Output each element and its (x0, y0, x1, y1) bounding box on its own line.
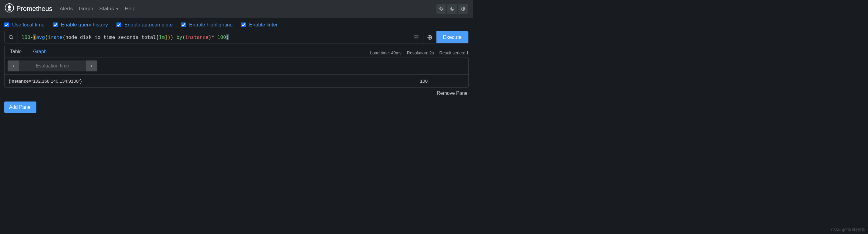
remove-panel-link[interactable]: Remove Panel (437, 90, 469, 96)
brand-text: Prometheus (17, 5, 53, 13)
nav-status[interactable]: Status ▼ (99, 6, 119, 12)
contrast-icon (461, 6, 466, 11)
label-enable-query-history: Enable query history (61, 22, 108, 28)
svg-point-4 (9, 35, 12, 38)
option-use-local-time[interactable]: Use local time (4, 22, 44, 28)
result-value: 100 (420, 78, 428, 84)
label-enable-linter: Enable linter (249, 22, 278, 28)
stat-resolution: Resolution: 2s (407, 50, 434, 55)
metrics-explorer-button[interactable] (5, 31, 18, 43)
option-enable-autocomplete[interactable]: Enable autocomplete (117, 22, 173, 28)
theme-dark-button[interactable] (447, 4, 457, 14)
add-panel-button[interactable]: Add Panel (4, 102, 36, 113)
theme-contrast-button[interactable] (458, 4, 468, 14)
stat-result-series: Result series: 1 (439, 50, 469, 55)
remove-panel-row: Remove Panel (0, 87, 473, 97)
theme-toggle-group (436, 4, 468, 14)
checkbox-enable-highlighting[interactable] (181, 23, 186, 27)
label-use-local-time: Use local time (12, 22, 44, 28)
tabs-row: Table Graph Load time: 40ms Resolution: … (0, 46, 473, 57)
format-query-button[interactable] (410, 31, 423, 43)
eval-time-prev-button[interactable] (8, 60, 19, 72)
gear-icon (439, 6, 444, 11)
tab-table[interactable]: Table (4, 46, 27, 57)
label-enable-highlighting: Enable highlighting (189, 22, 232, 28)
nav-help[interactable]: Help (125, 6, 135, 12)
evaluation-time-row (5, 57, 468, 75)
navbar: Prometheus Alerts Graph Status ▼ Help (0, 0, 473, 18)
moon-icon (450, 6, 455, 11)
evaluation-time-group (8, 60, 97, 72)
option-enable-linter[interactable]: Enable linter (241, 22, 278, 28)
query-bar: 100-(avg(irate(node_disk_io_time_seconds… (4, 31, 469, 44)
query-link-button[interactable] (423, 31, 436, 43)
stat-load-time: Load time: 40ms (370, 50, 402, 55)
option-enable-query-history[interactable]: Enable query history (53, 22, 108, 28)
result-series-label: {instance="192.168.140.134:9100"} (9, 78, 420, 84)
eval-time-next-button[interactable] (86, 60, 97, 72)
nav-links: Alerts Graph Status ▼ Help (60, 6, 436, 12)
query-input[interactable]: 100-(avg(irate(node_disk_io_time_seconds… (18, 31, 410, 43)
checkbox-enable-query-history[interactable] (53, 23, 58, 27)
evaluation-time-input[interactable] (19, 60, 86, 72)
option-enable-highlighting[interactable]: Enable highlighting (181, 22, 232, 28)
execute-button[interactable]: Execute (436, 31, 468, 43)
label-enable-autocomplete: Enable autocomplete (124, 22, 173, 28)
svg-line-5 (12, 38, 13, 40)
checkbox-enable-linter[interactable] (241, 23, 246, 27)
checkbox-enable-autocomplete[interactable] (117, 23, 121, 27)
add-panel-row: Add Panel (0, 97, 473, 117)
brand[interactable]: Prometheus (5, 3, 53, 14)
svg-rect-1 (8, 9, 11, 10)
result-row: {instance="192.168.140.134:9100"} 100 (5, 75, 468, 87)
search-icon (8, 35, 14, 40)
theme-auto-button[interactable] (436, 4, 446, 14)
svg-rect-2 (8, 10, 11, 11)
globe-icon (427, 35, 432, 40)
view-tabs: Table Graph (4, 46, 53, 57)
nav-status-label: Status (99, 6, 114, 12)
chevron-down-icon: ▼ (116, 7, 119, 11)
tab-graph[interactable]: Graph (27, 46, 52, 57)
nav-alerts[interactable]: Alerts (60, 6, 73, 12)
result-panel: {instance="192.168.140.134:9100"} 100 (4, 57, 469, 87)
nav-graph[interactable]: Graph (79, 6, 93, 12)
query-options: Use local time Enable query history Enab… (0, 18, 473, 31)
chevron-right-icon (90, 64, 93, 68)
prometheus-logo-icon (5, 3, 14, 14)
checkbox-use-local-time[interactable] (4, 23, 9, 27)
query-stats: Load time: 40ms Resolution: 2s Result se… (370, 50, 469, 57)
indent-icon (414, 35, 419, 40)
chevron-left-icon (11, 64, 15, 68)
